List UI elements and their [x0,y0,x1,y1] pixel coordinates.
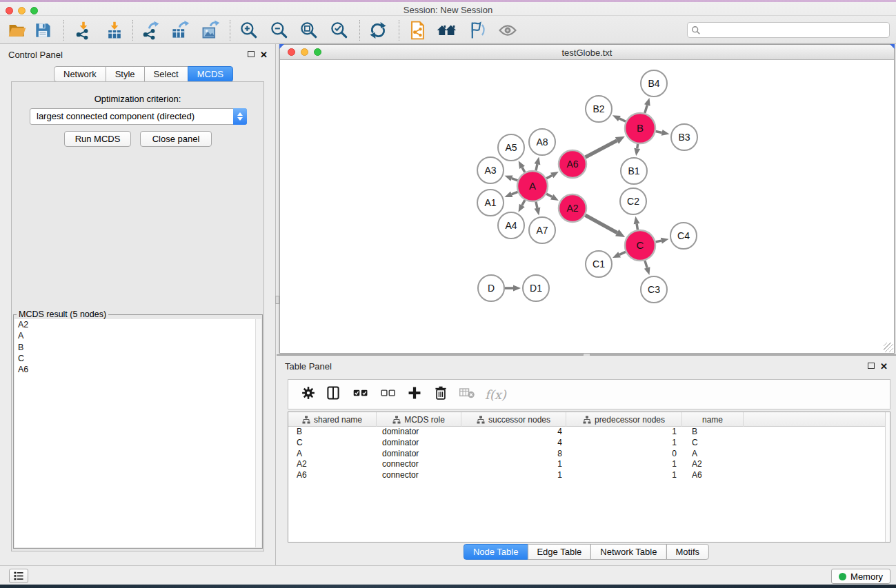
cell-mcds-role[interactable]: dominator [377,438,461,449]
column-header-successor-nodes[interactable]: successor nodes [461,412,566,427]
graph-node-B1[interactable]: B1 [621,158,647,184]
graph-edge-C-C3[interactable] [645,261,647,268]
float-panel-icon[interactable] [248,51,255,57]
delete-table-button[interactable] [459,387,475,402]
graph-edge-A-A5[interactable] [522,168,525,172]
table-row-b[interactable]: Bdominator41B [288,427,890,438]
close-panel-button[interactable]: Close panel [140,131,212,147]
cell-successor-nodes[interactable]: 8 [461,449,566,460]
graph-node-B3[interactable]: B3 [671,124,697,150]
run-mcds-button[interactable]: Run MCDS [64,131,131,147]
show-graphics-button[interactable] [496,19,519,42]
cell-name[interactable]: A2 [682,459,744,470]
tab-network-table[interactable]: Network Table [590,544,666,560]
export-image-button[interactable] [199,19,222,42]
zoom-selected-button[interactable] [328,19,351,42]
graph-node-A6[interactable]: A6 [559,150,586,178]
tab-edge-table[interactable]: Edge Table [527,544,591,560]
graph-node-C4[interactable]: C4 [670,223,697,249]
cell-shared-name[interactable]: A [288,449,377,460]
memory-button[interactable]: Memory [831,569,890,584]
network-canvas[interactable]: ABCA6A2A1A3A4A5A7A8B1B2B3B4C1C2C3C4DD1 [280,60,894,353]
zoom-out-button[interactable] [268,19,291,42]
graph-edge-A-A1[interactable] [512,192,518,194]
result-item-a[interactable]: A [14,330,261,341]
graph-edge-B-B2[interactable] [619,119,626,121]
column-header-shared-name[interactable]: shared name [288,412,377,427]
graph-node-A5[interactable]: A5 [498,134,524,161]
table-row-a2[interactable]: A2connector11A2 [288,459,890,470]
graph-node-C1[interactable]: C1 [586,251,612,277]
zoom-in-button[interactable] [237,19,261,42]
tab-style[interactable]: Style [106,66,145,82]
search-input[interactable] [704,26,889,35]
result-item-b[interactable]: B [14,342,261,353]
cell-name[interactable]: B [682,427,744,438]
cell-shared-name[interactable]: C [288,438,377,449]
cell-mcds-role[interactable]: dominator [377,449,461,460]
cell-name[interactable]: A6 [682,470,744,481]
graph-node-A1[interactable]: A1 [477,190,504,216]
graph-node-A[interactable]: A [517,171,548,201]
split-view-button[interactable] [326,385,341,403]
graph-node-C3[interactable]: C3 [641,276,667,303]
cell-successor-nodes[interactable]: 1 [461,459,566,470]
cell-predecessor-nodes[interactable]: 0 [566,449,682,460]
graph-node-C2[interactable]: C2 [620,188,646,214]
close-panel-icon[interactable]: ✕ [260,50,268,59]
cell-mcds-role[interactable]: dominator [377,427,461,438]
vertical-splitter-handle[interactable] [275,296,279,304]
graph-node-A8[interactable]: A8 [529,129,555,155]
tab-mcds[interactable]: MCDS [188,66,233,82]
function-builder-button[interactable]: f(x) [485,387,506,402]
cell-successor-nodes[interactable]: 1 [461,470,566,481]
graph-edge-C-C1[interactable] [619,252,626,254]
result-item-a2[interactable]: A2 [14,319,261,330]
table-row-a[interactable]: Adominator80A [288,449,890,460]
result-item-c[interactable]: C [14,353,261,364]
zoom-fit-button[interactable] [297,19,321,42]
graph-edge-C-C4[interactable] [655,241,661,242]
graph-node-D[interactable]: D [478,275,504,301]
graph-edge-A-A3[interactable] [512,179,518,181]
tab-select[interactable]: Select [144,66,188,82]
table-row-a6[interactable]: A6connector11A6 [288,470,890,481]
deselect-all-button[interactable] [380,387,397,402]
graph-edge-A-A4[interactable] [522,200,525,205]
table-settings-button[interactable] [301,385,316,403]
column-header-predecessor-nodes[interactable]: predecessor nodes [566,412,682,427]
graph-edge-A-A7[interactable] [536,201,537,207]
close-panel-icon[interactable]: ✕ [880,362,888,371]
cell-predecessor-nodes[interactable]: 1 [566,438,682,449]
graph-node-A4[interactable]: A4 [498,212,524,239]
network-window-titlebar[interactable]: testGlobe.txt [280,45,894,60]
cell-shared-name[interactable]: A6 [288,470,377,481]
graph-node-C[interactable]: C [625,230,655,261]
task-history-button[interactable] [9,569,28,583]
cell-predecessor-nodes[interactable]: 1 [566,427,682,438]
criterion-select[interactable]: largest connected component (directed) [30,108,247,125]
float-panel-icon[interactable] [868,363,875,369]
graph-edge-A6-B[interactable] [586,141,617,157]
open-session-button[interactable] [6,19,29,42]
result-scrollbar[interactable] [255,319,261,547]
tab-motifs[interactable]: Motifs [666,544,709,560]
cell-mcds-role[interactable]: connector [377,470,461,481]
export-network-button[interactable] [139,19,162,42]
cell-successor-nodes[interactable]: 4 [461,427,566,438]
cell-predecessor-nodes[interactable]: 1 [566,459,682,470]
cell-predecessor-nodes[interactable]: 1 [566,470,682,481]
resize-grip-icon[interactable] [884,343,893,352]
save-session-button[interactable] [31,19,54,42]
tab-node-table[interactable]: Node Table [464,544,528,560]
graph-node-B[interactable]: B [625,113,655,143]
cell-shared-name[interactable]: B [288,427,377,438]
home-layout-button[interactable] [435,19,458,42]
add-column-button[interactable] [407,385,422,403]
graph-node-B2[interactable]: B2 [586,96,612,122]
cell-mcds-role[interactable]: connector [377,459,461,470]
cell-name[interactable]: A [682,449,744,460]
tab-network[interactable]: Network [54,66,106,82]
graph-node-A7[interactable]: A7 [529,217,555,243]
import-table-button[interactable] [103,19,126,42]
